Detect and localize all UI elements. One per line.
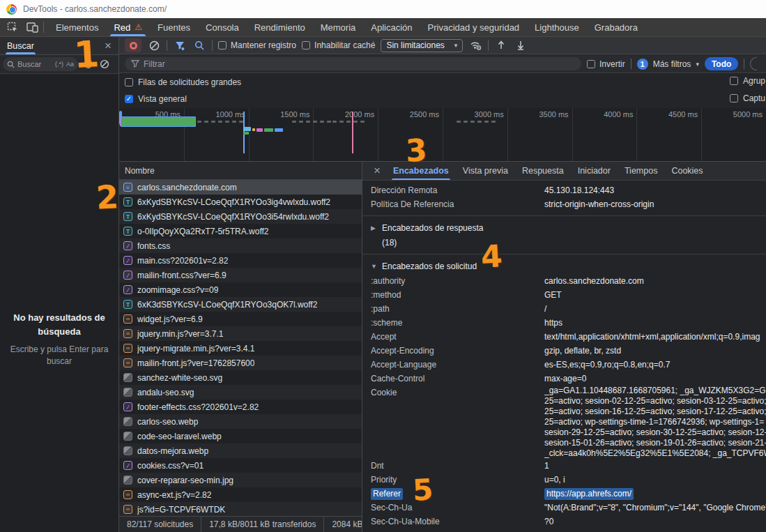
- timeline-event-line: [352, 112, 353, 153]
- table-row[interactable]: andalu-seo.svg: [119, 385, 362, 400]
- table-row[interactable]: ∕fonts.css: [119, 238, 362, 253]
- import-har-icon[interactable]: [494, 39, 508, 52]
- tab-fuentes[interactable]: Fuentes: [150, 18, 198, 36]
- close-details-icon[interactable]: ×: [368, 162, 386, 180]
- warning-icon: ⚠: [135, 22, 142, 32]
- timeline-tick-label: 3000 ms: [455, 110, 504, 119]
- table-row[interactable]: ‹›jquery.min.js?ver=3.7.1: [119, 326, 362, 341]
- tab-lighthouse[interactable]: Lighthouse: [527, 18, 587, 36]
- table-row[interactable]: T6xK3dSBYKcSV-LCoeQqfX1RYOo3qOK7l.woff2: [119, 297, 362, 312]
- tab-bar-divider: [43, 22, 44, 33]
- tab-grabadora[interactable]: Grabadora: [587, 18, 645, 36]
- header-name: :method: [371, 288, 544, 302]
- clear-network-log-icon[interactable]: [147, 39, 161, 52]
- font-file-icon: T: [123, 227, 132, 236]
- record-network-log-button[interactable]: [125, 38, 141, 52]
- status-text: 17,8 kB/8011 kB transferidos: [201, 517, 324, 532]
- table-row[interactable]: T6xKydSBYKcSV-LCoeQqfX1RYOo3ig4vwlxdu.wo…: [119, 195, 362, 209]
- tab-buscar[interactable]: Buscar: [7, 37, 34, 54]
- table-row[interactable]: ∕mailin-front.css?ver=6.9: [119, 268, 362, 282]
- request-name: main.css?202601v=2.82: [137, 256, 228, 266]
- annotation-3: 3: [405, 132, 428, 169]
- table-row[interactable]: ‹›mailin-front.js?ver=1762857600: [119, 356, 362, 370]
- table-row[interactable]: ∕footer-effects.css?202601v=2.82: [119, 400, 362, 414]
- close-search-panel-icon[interactable]: ×: [102, 40, 114, 52]
- tab-red[interactable]: Red⚠: [106, 18, 150, 36]
- filter-type-todo-pill[interactable]: Todo: [705, 57, 738, 70]
- table-row[interactable]: ∕cookies.css?v=01: [119, 458, 362, 473]
- throttling-select[interactable]: Sin limitaciones ▾: [381, 39, 463, 52]
- filter-input[interactable]: [144, 59, 575, 69]
- table-row[interactable]: carlos-seo.webp: [119, 414, 362, 429]
- preserve-log-checkbox[interactable]: Mantener registro: [218, 40, 296, 50]
- table-row[interactable]: ≡carlos.sanchezdonate.com: [119, 180, 362, 195]
- toolbar-divider: [167, 40, 167, 51]
- tab-aplicaci-n[interactable]: Aplicación: [363, 18, 420, 36]
- annotation-2: 2: [95, 178, 120, 217]
- requests-table: Nombre ≡carlos.sanchezdonate.comT6xKydSB…: [119, 162, 362, 516]
- checkbox-unchecked: [730, 77, 738, 85]
- header-name: Cookie: [371, 386, 544, 459]
- more-filters-dropdown[interactable]: 1 Más filtros ▾: [637, 59, 699, 70]
- highlighted-header-value[interactable]: https://app.ahrefs.com/: [544, 488, 634, 500]
- invert-filter-checkbox[interactable]: Invertir: [587, 59, 625, 69]
- table-row[interactable]: sanchez-white-seo.svg: [119, 370, 362, 385]
- header-row: Cache-Controlmax-age=0: [362, 372, 766, 386]
- tab-privacidad-y-seguridad[interactable]: Privacidad y seguridad: [420, 18, 528, 36]
- group-option-clipped[interactable]: Agrup: [730, 76, 766, 86]
- table-row[interactable]: ∕zoomimage.css?v=09: [119, 282, 362, 297]
- filter-toggle-icon[interactable]: [173, 39, 187, 52]
- table-row[interactable]: ‹›js?id=G-TCPVF6WTDK: [119, 502, 362, 516]
- request-name: jquery-migrate.min.js?ver=3.4.1: [137, 344, 254, 354]
- search-network-icon[interactable]: [192, 39, 206, 52]
- waterfall-dash: [313, 121, 317, 123]
- inspect-element-icon[interactable]: [3, 20, 22, 35]
- search-input-pill[interactable]: (.*) Aa: [3, 57, 78, 71]
- clipped-filter-pill[interactable]: [750, 57, 757, 70]
- table-row[interactable]: cover-reparar-seo-min.jpg: [119, 473, 362, 487]
- filter-input-pill[interactable]: [125, 57, 581, 70]
- img-file-icon: [123, 417, 132, 426]
- waterfall-dash: [470, 121, 475, 123]
- details-tab-cookies[interactable]: Cookies: [664, 162, 710, 180]
- table-row[interactable]: ∕main.css?202601v=2.82: [119, 253, 362, 268]
- requests-column-header[interactable]: Nombre: [119, 162, 362, 180]
- table-row[interactable]: code-seo-laravel.webp: [119, 429, 362, 443]
- chevron-down-icon: ▾: [454, 42, 458, 49]
- network-overview-timeline[interactable]: 500 ms1000 ms1500 ms2000 ms2500 ms3000 m…: [119, 108, 766, 162]
- tab-rendimiento[interactable]: Rendimiento: [247, 18, 313, 36]
- device-toolbar-icon[interactable]: [22, 20, 42, 35]
- tab-memoria[interactable]: Memoria: [313, 18, 364, 36]
- network-options: Filas de solicitudes grandes ✓ Vista gen…: [119, 74, 766, 108]
- header-section-encabezados-de-solicitud[interactable]: ▼Encabezados de solicitud: [362, 259, 766, 274]
- match-case-toggle-icon[interactable]: Aa: [66, 61, 74, 68]
- capture-option-clipped[interactable]: Captu: [730, 93, 766, 103]
- table-row[interactable]: To-0IlpQoyXQa2RxT7-5r5TRA.woff2: [119, 224, 362, 238]
- table-row[interactable]: ‹›async-ext.js?v=2.82: [119, 487, 362, 502]
- network-conditions-icon[interactable]: [468, 39, 482, 52]
- request-name: carlos.sanchezdonate.com: [137, 183, 237, 192]
- waterfall-dash: [484, 121, 489, 123]
- timeline-tick-label: 1500 ms: [261, 110, 309, 119]
- section-label: Encabezados de solicitud: [382, 261, 477, 271]
- table-row[interactable]: ‹›widget.js?ver=6.9: [119, 312, 362, 326]
- table-row[interactable]: ‹›jquery-migrate.min.js?ver=3.4.1: [119, 341, 362, 356]
- export-har-icon[interactable]: [514, 39, 528, 52]
- header-value: ?0: [544, 515, 766, 529]
- img-file-icon: [123, 373, 132, 382]
- details-tab-respuesta[interactable]: Respuesta: [515, 162, 571, 180]
- waterfall-bar: [264, 128, 273, 132]
- regex-toggle-icon[interactable]: (.*): [55, 61, 63, 68]
- details-tab-vista-previa[interactable]: Vista previa: [456, 162, 515, 180]
- table-row[interactable]: T6xKydSBYKcSV-LCoeQqfX1RYOo3i54rwlxdu.wo…: [119, 209, 362, 224]
- disable-cache-checkbox[interactable]: Inhabilitar caché: [302, 40, 375, 50]
- details-tab-iniciador[interactable]: Iniciador: [571, 162, 618, 180]
- header-row: :methodGET: [362, 288, 766, 302]
- search-input[interactable]: [17, 60, 52, 68]
- big-rows-option[interactable]: Filas de solicitudes grandes: [119, 74, 766, 91]
- table-row[interactable]: datos-mejora.webp: [119, 443, 362, 458]
- tab-consola[interactable]: Consola: [198, 18, 247, 36]
- overview-option[interactable]: ✓ Vista general: [119, 91, 766, 107]
- details-tab-tiempos[interactable]: Tiempos: [618, 162, 664, 180]
- header-section-encabezados-de-respuesta[interactable]: ▶Encabezados de respuesta: [362, 220, 766, 236]
